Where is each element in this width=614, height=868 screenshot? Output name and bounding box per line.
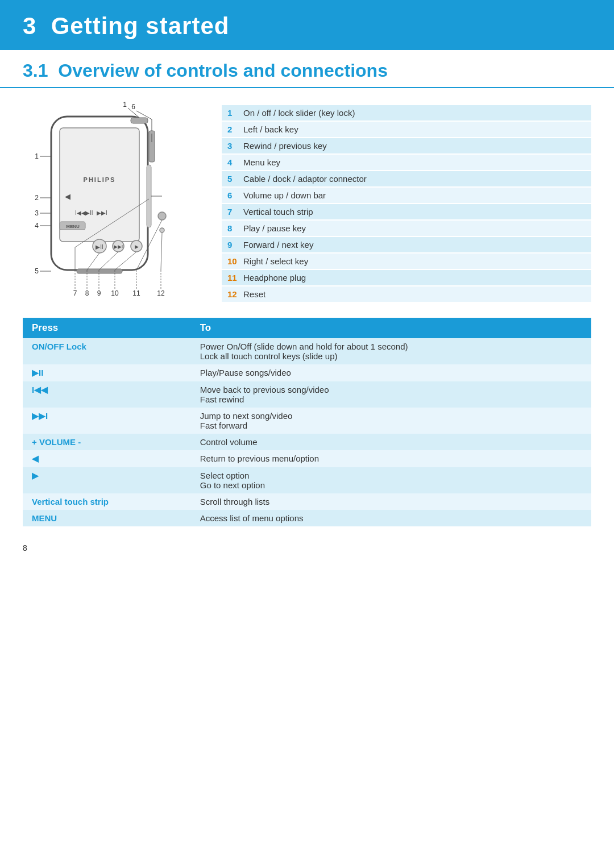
svg-text:▶II: ▶II	[85, 210, 93, 216]
press-cell-1: ▶II	[23, 364, 191, 381]
svg-text:3: 3	[35, 209, 39, 217]
svg-text:2: 2	[35, 194, 39, 202]
table-row: ON/OFF LockPower On/Off (slide down and …	[23, 338, 591, 364]
controls-table: Press To ON/OFF LockPower On/Off (slide …	[23, 318, 591, 526]
table-row: ◀Return to previous menu/option	[23, 450, 591, 467]
label-num-8: 8	[227, 223, 243, 233]
svg-text:4: 4	[35, 222, 39, 230]
label-text-2: Left / back key	[243, 124, 298, 134]
label-num-10: 10	[227, 256, 243, 266]
svg-line-52	[115, 252, 136, 270]
svg-text:12: 12	[157, 289, 165, 297]
labels-list: 1 On / off / lock slider (key lock)2 Lef…	[222, 99, 591, 306]
svg-text:▶▶I: ▶▶I	[97, 210, 107, 216]
main-content: PHILIPS ◀ 2 I◀◀ ▶II ▶▶I 3 MENU	[0, 88, 614, 306]
to-cell-1: Play/Pause songs/video	[191, 364, 591, 381]
label-num-2: 2	[227, 124, 243, 134]
chapter-number: 3	[23, 13, 36, 39]
label-num-9: 9	[227, 240, 243, 250]
press-cell-7: Vertical touch strip	[23, 493, 191, 510]
label-num-11: 11	[227, 273, 243, 283]
label-item-4: 4 Menu key	[222, 155, 591, 170]
label-text-9: Forward / next key	[243, 240, 313, 250]
svg-line-54	[161, 232, 162, 270]
label-num-5: 5	[227, 174, 243, 184]
svg-text:▶▶I: ▶▶I	[114, 244, 123, 250]
table-row: MENUAccess list of menu options	[23, 510, 591, 526]
table-row: + VOLUME -Control volume	[23, 434, 591, 450]
label-text-8: Play / pause key	[243, 223, 306, 233]
to-cell-0: Power On/Off (slide down and hold for ab…	[191, 338, 591, 364]
label-num-12: 12	[227, 289, 243, 299]
svg-text:▶: ▶	[135, 244, 139, 250]
to-cell-3: Jump to next song/videoFast forward	[191, 408, 591, 434]
to-cell-7: Scroll through lists	[191, 493, 591, 510]
device-diagram: PHILIPS ◀ 2 I◀◀ ▶II ▶▶I 3 MENU	[23, 99, 205, 306]
press-cell-2: I◀◀	[23, 381, 191, 408]
svg-text:7: 7	[73, 289, 77, 297]
label-item-6: 6 Volume up / down bar	[222, 188, 591, 203]
label-num-4: 4	[227, 157, 243, 167]
svg-text:6: 6	[131, 103, 135, 111]
to-cell-6: Select optionGo to next option	[191, 467, 591, 493]
svg-text:PHILIPS: PHILIPS	[84, 176, 116, 183]
label-text-5: Cable / dock / adaptor connector	[243, 174, 367, 184]
label-text-7: Vertical touch strip	[243, 207, 313, 217]
label-text-3: Rewind / previous key	[243, 141, 327, 151]
press-cell-6: ▶	[23, 467, 191, 493]
svg-text:▶II: ▶II	[96, 244, 103, 250]
to-cell-8: Access list of menu options	[191, 510, 591, 526]
label-text-11: Headphone plug	[243, 273, 306, 283]
table-row: ▶Select optionGo to next option	[23, 467, 591, 493]
svg-text:I◀◀: I◀◀	[75, 210, 86, 216]
label-text-10: Right / select key	[243, 256, 308, 266]
page-number: 8	[0, 538, 614, 558]
chapter-header: 3 Getting started	[0, 0, 614, 50]
label-text-4: Menu key	[243, 157, 280, 167]
svg-line-50	[87, 253, 99, 270]
svg-text:10: 10	[111, 289, 119, 297]
chapter-title: Getting started	[51, 13, 230, 39]
press-cell-5: ◀	[23, 450, 191, 467]
device-svg: PHILIPS ◀ 2 I◀◀ ▶II ▶▶I 3 MENU	[23, 99, 193, 304]
label-item-3: 3 Rewind / previous key	[222, 138, 591, 153]
label-item-5: 5 Cable / dock / adaptor connector	[222, 171, 591, 186]
svg-text:11: 11	[132, 289, 140, 297]
svg-text:MENU: MENU	[66, 224, 80, 229]
label-text-12: Reset	[243, 289, 265, 299]
press-cell-4: + VOLUME -	[23, 434, 191, 450]
label-item-7: 7 Vertical touch strip	[222, 204, 591, 219]
svg-text:1: 1	[123, 101, 127, 109]
table-row: ▶▶IJump to next song/videoFast forward	[23, 408, 591, 434]
label-item-2: 2 Left / back key	[222, 122, 591, 137]
svg-rect-5	[131, 118, 148, 123]
label-item-1: 1 On / off / lock slider (key lock)	[222, 105, 591, 121]
label-text-1: On / off / lock slider (key lock)	[243, 108, 355, 118]
svg-text:5: 5	[35, 267, 39, 275]
svg-text:8: 8	[85, 289, 89, 297]
col-press-header: Press	[23, 318, 191, 338]
label-num-6: 6	[227, 190, 243, 200]
table-row: ▶IIPlay/Pause songs/video	[23, 364, 591, 381]
label-item-8: 8 Play / pause key	[222, 221, 591, 236]
label-num-3: 3	[227, 141, 243, 151]
svg-point-36	[158, 212, 166, 220]
section-title: Overview of controls and connections	[58, 60, 388, 81]
to-cell-5: Return to previous menu/option	[191, 450, 591, 467]
svg-text:◀: ◀	[65, 192, 70, 201]
press-cell-3: ▶▶I	[23, 408, 191, 434]
col-to-header: To	[191, 318, 591, 338]
section-header: 3.1 Overview of controls and connections	[0, 50, 614, 88]
svg-rect-28	[147, 165, 151, 227]
svg-point-37	[160, 228, 164, 232]
to-cell-4: Control volume	[191, 434, 591, 450]
to-cell-2: Move back to previous song/videoFast rew…	[191, 381, 591, 408]
press-cell-0: ON/OFF Lock	[23, 338, 191, 364]
svg-text:9: 9	[97, 289, 101, 297]
press-cell-8: MENU	[23, 510, 191, 526]
label-item-12: 12 Reset	[222, 286, 591, 302]
label-num-7: 7	[227, 207, 243, 217]
label-item-9: 9 Forward / next key	[222, 237, 591, 252]
table-row: Vertical touch stripScroll through lists	[23, 493, 591, 510]
controls-section: Press To ON/OFF LockPower On/Off (slide …	[0, 306, 614, 538]
